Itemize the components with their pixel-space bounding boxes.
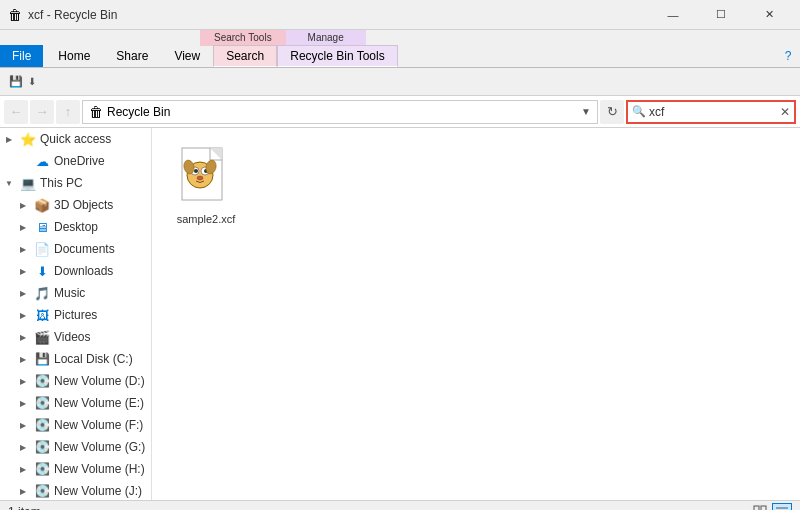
path-icon: 🗑 [89,104,103,120]
sidebar-label: New Volume (J:) [54,484,142,498]
svg-rect-11 [761,506,766,511]
forward-button[interactable]: → [30,100,54,124]
title-bar: 🗑 xcf - Recycle Bin — ☐ ✕ [0,0,800,30]
sidebar-item-pictures[interactable]: ▶ 🖼 Pictures [0,304,151,326]
expand-icon: ▶ [16,198,30,212]
expand-icon: ▶ [16,330,30,344]
main-area: ▶ ⭐ Quick access ▶ ☁ OneDrive ▼ 💻 This P… [0,128,800,500]
back-button[interactable]: ← [4,100,28,124]
sidebar-item-documents[interactable]: ▶ 📄 Documents [0,238,151,260]
sidebar-item-downloads[interactable]: ▶ ⬇ Downloads [0,260,151,282]
maximize-button[interactable]: ☐ [698,0,744,30]
view-controls [750,503,792,511]
close-button[interactable]: ✕ [746,0,792,30]
expand-icon: ▶ [16,154,30,168]
sidebar-item-this-pc[interactable]: ▼ 💻 This PC [0,172,151,194]
sidebar: ▶ ⭐ Quick access ▶ ☁ OneDrive ▼ 💻 This P… [0,128,152,500]
search-input[interactable] [649,105,779,119]
details-view-button[interactable] [772,503,792,511]
search-clear-icon[interactable]: ✕ [780,105,790,119]
large-icons-view-button[interactable] [750,503,770,511]
sidebar-item-videos[interactable]: ▶ 🎬 Videos [0,326,151,348]
save-button[interactable]: 💾 [4,71,28,93]
downloads-icon: ⬇ [34,263,50,279]
sidebar-item-volume-j[interactable]: ▶ 💽 New Volume (J:) [0,480,151,500]
minimize-button[interactable]: — [650,0,696,30]
sidebar-item-volume-h[interactable]: ▶ 💽 New Volume (H:) [0,458,151,480]
tab-search[interactable]: Search [213,45,277,67]
sidebar-label: New Volume (F:) [54,418,143,432]
address-path[interactable]: 🗑 Recycle Bin ▼ [82,100,598,124]
tab-share[interactable]: Share [103,45,161,67]
sidebar-item-volume-f[interactable]: ▶ 💽 New Volume (F:) [0,414,151,436]
large-icons-view-icon [753,505,767,511]
sidebar-item-volume-d[interactable]: ▶ 💽 New Volume (D:) [0,370,151,392]
expand-icon: ▶ [16,396,30,410]
expand-icon: ▶ [16,286,30,300]
expand-icon: ▶ [16,484,30,498]
up-button[interactable]: ↑ [56,100,80,124]
expand-icon: ▶ [2,132,16,146]
sidebar-item-onedrive[interactable]: ▶ ☁ OneDrive [0,150,151,172]
path-text: Recycle Bin [107,105,170,119]
help-button[interactable]: ? [776,45,800,67]
tab-view[interactable]: View [161,45,213,67]
expand-icon: ▶ [16,462,30,476]
expand-icon: ▼ [2,176,16,190]
sidebar-item-desktop[interactable]: ▶ 🖥 Desktop [0,216,151,238]
search-context-label: Search Tools [200,30,286,46]
onedrive-icon: ☁ [34,153,50,169]
context-labels-row: Search Tools Manage [0,30,800,46]
path-chevron[interactable]: ▼ [581,106,591,117]
music-icon: 🎵 [34,285,50,301]
svg-point-5 [194,169,198,173]
file-area[interactable]: sample2.xcf [156,128,800,500]
sidebar-label: Local Disk (C:) [54,352,133,366]
expand-icon: ▶ [16,352,30,366]
refresh-button[interactable]: ↻ [600,100,624,124]
sidebar-item-3d-objects[interactable]: ▶ 📦 3D Objects [0,194,151,216]
toolbar: 💾 ⬇ [0,68,800,96]
volume-h-icon: 💽 [34,461,50,477]
sidebar-item-music[interactable]: ▶ 🎵 Music [0,282,151,304]
sidebar-label: Desktop [54,220,98,234]
title-bar-icon: 🗑 [8,7,22,23]
volume-d-icon: 💽 [34,373,50,389]
tab-home[interactable]: Home [45,45,103,67]
xcf-file-svg [178,147,234,207]
ribbon-tabs: File Home Share View Search Recycle Bin … [0,46,800,68]
sidebar-label: Documents [54,242,115,256]
sidebar-label: Videos [54,330,90,344]
file-item-sample2[interactable]: sample2.xcf [166,138,246,232]
status-bar: 1 item [0,500,800,510]
tab-recycle-bin-tools[interactable]: Recycle Bin Tools [277,45,398,67]
ribbon-header: Search Tools Manage File Home Share View… [0,30,800,68]
sidebar-item-local-disk-c[interactable]: ▶ 💾 Local Disk (C:) [0,348,151,370]
sidebar-item-volume-g[interactable]: ▶ 💽 New Volume (G:) [0,436,151,458]
svg-point-7 [197,176,203,180]
sidebar-item-quick-access[interactable]: ▶ ⭐ Quick access [0,128,151,150]
toolbar-dropdown[interactable]: ⬇ [28,76,36,87]
manage-context-label: Manage [286,30,366,46]
search-box[interactable]: 🔍 ✕ [626,100,796,124]
file-label-sample2: sample2.xcf [177,213,236,225]
pictures-icon: 🖼 [34,307,50,323]
expand-icon: ▶ [16,418,30,432]
sidebar-label: Pictures [54,308,97,322]
this-pc-icon: 💻 [20,175,36,191]
tab-file[interactable]: File [0,45,43,67]
documents-icon: 📄 [34,241,50,257]
sidebar-label: New Volume (H:) [54,462,145,476]
sidebar-label: OneDrive [54,154,105,168]
sidebar-label: 3D Objects [54,198,113,212]
sidebar-label: New Volume (G:) [54,440,145,454]
file-icon-sample2 [174,145,238,209]
volume-e-icon: 💽 [34,395,50,411]
address-bar: ← → ↑ 🗑 Recycle Bin ▼ ↻ 🔍 ✕ [0,96,800,128]
details-view-icon [775,505,789,511]
expand-icon: ▶ [16,220,30,234]
sidebar-item-volume-e[interactable]: ▶ 💽 New Volume (E:) [0,392,151,414]
volume-f-icon: 💽 [34,417,50,433]
sidebar-label: Downloads [54,264,113,278]
volume-g-icon: 💽 [34,439,50,455]
